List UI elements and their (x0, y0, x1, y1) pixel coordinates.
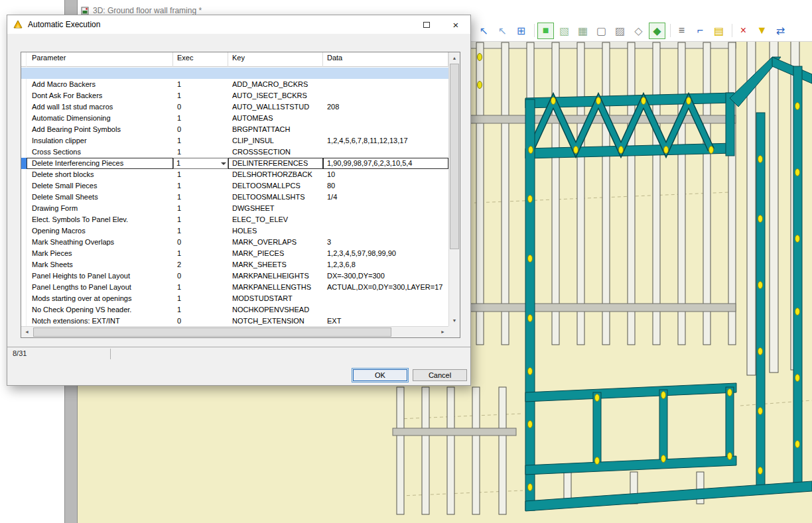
key-cell[interactable]: DELINTERFERENCES (228, 158, 323, 169)
hidden-line-view-icon[interactable]: ▨ (612, 23, 628, 39)
header-exec[interactable]: Exec (173, 52, 228, 67)
parameter-cell[interactable]: Panel Heights to Panel Layout (27, 270, 173, 282)
parameter-cell[interactable]: Mark Sheathing Overlaps (27, 237, 173, 248)
key-cell[interactable]: BRGPNTATTACH (228, 124, 323, 135)
exec-cell[interactable]: 1 (173, 79, 228, 90)
exec-cell[interactable]: 1 (173, 304, 228, 316)
parameter-cell[interactable]: Drawing Form (27, 203, 173, 214)
parameter-cell[interactable]: Elect. Symbols To Panel Elev. (27, 214, 173, 225)
exec-cell[interactable]: 1 (173, 214, 228, 225)
data-cell[interactable] (323, 225, 448, 237)
header-data[interactable]: Data (323, 52, 448, 67)
row-selector[interactable] (21, 146, 27, 158)
parameter-row[interactable]: Mark Sheathing Overlaps0MARK_OVERLAPS3 (21, 237, 448, 248)
exec-cell[interactable]: 0 (173, 316, 228, 326)
schedule-table-icon[interactable]: ▤ (710, 23, 727, 39)
parameter-cell[interactable]: Delete Small Sheets (27, 192, 173, 203)
exec-cell[interactable]: 1 (173, 282, 228, 293)
parameter-row[interactable]: Automatic Dimensioning1AUTOMEAS (21, 113, 448, 124)
key-cell[interactable]: CLIP_INSUL (228, 135, 323, 146)
select-area-cursor-icon[interactable]: ⊞ (513, 23, 529, 39)
exec-cell[interactable]: 1 (173, 135, 228, 146)
dropdown-arrow-icon[interactable] (218, 158, 228, 169)
parameter-row[interactable]: Mods starting over at openings1MODSTUDST… (21, 293, 448, 304)
parameter-row[interactable]: Panel Heights to Panel Layout0MARKPANELH… (21, 270, 448, 282)
row-selector[interactable] (21, 259, 27, 270)
row-selector[interactable] (21, 169, 27, 180)
parameter-row[interactable]: Insulation clipper1CLIP_INSUL1,2,4,5,6,7… (21, 135, 448, 146)
row-selector[interactable] (21, 135, 27, 146)
shaded-view-icon[interactable]: ■ (537, 23, 554, 39)
parameter-row[interactable]: No Check Opening VS header.1NOCHKOPENVSH… (21, 304, 448, 316)
parameter-row[interactable]: Dont Ask For Backers1AUTO_ISECT_BCKRS (21, 90, 448, 101)
light-shaded-view-icon[interactable]: ▧ (556, 23, 573, 39)
row-selector[interactable] (21, 79, 27, 90)
exec-combobox[interactable]: 1 (173, 158, 228, 169)
parameter-row[interactable]: Elect. Symbols To Panel Elev.1ELEC_TO_EL… (21, 214, 448, 225)
row-selector[interactable] (21, 237, 27, 248)
key-cell[interactable]: DELTOOSMALLSHTS (228, 192, 323, 203)
parameter-cell[interactable]: Mark Sheets (27, 259, 173, 270)
ok-button[interactable]: OK (353, 369, 407, 381)
parameter-cell[interactable]: Mark Pieces (27, 248, 173, 259)
data-cell[interactable]: 1,2,3,4,5,97,98,99,90 (323, 248, 448, 259)
parameter-row[interactable]: Mark Pieces1MARK_PIECES1,2,3,4,5,97,98,9… (21, 248, 448, 259)
textured-view-icon[interactable]: ▦ (575, 23, 591, 39)
data-cell[interactable]: 10 (323, 169, 448, 180)
horizontal-scroll-thumb[interactable] (33, 327, 391, 337)
parameter-cell[interactable]: Delete Interferencing Pieces (27, 158, 173, 169)
data-cell[interactable] (323, 304, 448, 316)
exec-cell[interactable]: 1 (173, 203, 228, 214)
key-cell[interactable]: MARK_OVERLAPS (228, 237, 323, 248)
row-selector[interactable] (21, 282, 27, 293)
parameter-cell[interactable]: Cross Sections (27, 146, 173, 158)
key-cell[interactable]: NOTCH_EXTENSION (228, 316, 323, 326)
cancel-button[interactable]: Cancel (413, 369, 467, 381)
select-element-cursor-icon[interactable]: ↖ (494, 23, 511, 39)
key-cell[interactable]: DELSHORTHORZBACK (228, 169, 323, 180)
exec-cell[interactable]: 1 (173, 248, 228, 259)
exec-cell[interactable]: 0 (173, 101, 228, 113)
data-cell[interactable]: 1,2,4,5,6,7,8,11,12,13,17 (323, 135, 448, 146)
horizontal-scrollbar[interactable]: ◄ ► (21, 326, 448, 337)
parameter-cell[interactable]: Mods starting over at openings (27, 293, 173, 304)
parameter-row[interactable]: Opening Macros1HOLES (21, 225, 448, 237)
render-model-icon[interactable]: ◆ (649, 23, 665, 39)
data-cell[interactable]: 1,2,3,6,8 (323, 259, 448, 270)
parameter-row[interactable]: Notch extensions: EXT/INT0NOTCH_EXTENSIO… (21, 316, 448, 326)
isometric-cube-icon[interactable]: ◇ (630, 23, 647, 39)
key-cell[interactable]: AUTO_WALL1STSTUD (228, 101, 323, 113)
delete-drawing-icon[interactable]: × (735, 23, 752, 39)
data-cell[interactable] (323, 124, 448, 135)
parameter-row[interactable]: Add wall 1st stud macros0AUTO_WALL1STSTU… (21, 101, 448, 113)
parameter-cell[interactable]: Notch extensions: EXT/INT (27, 316, 173, 326)
parameter-cell[interactable]: Insulation clipper (27, 135, 173, 146)
parameter-cell[interactable]: Delete short blocks (27, 169, 173, 180)
exec-cell[interactable]: 1 (173, 90, 228, 101)
vertical-scrollbar[interactable]: ▲ ▼ (448, 52, 460, 326)
row-selector[interactable] (21, 124, 27, 135)
drawing-sheet-icon[interactable]: ⌐ (692, 23, 709, 39)
scroll-down-icon[interactable]: ▼ (449, 315, 460, 326)
parameter-row[interactable]: Cross Sections1CROSSSECTION (21, 146, 448, 158)
data-cell[interactable]: DX=-300,DY=300 (323, 270, 448, 282)
parameter-cell[interactable]: Automatic Dimensioning (27, 113, 173, 124)
data-cell[interactable] (323, 113, 448, 124)
maximize-button[interactable] (412, 15, 441, 34)
row-selector[interactable] (21, 293, 27, 304)
row-selector[interactable] (21, 270, 27, 282)
parameter-cell[interactable]: Opening Macros (27, 225, 173, 237)
exec-cell[interactable]: 1 (173, 180, 228, 192)
exec-cell[interactable]: 1 (173, 192, 228, 203)
row-selector[interactable] (21, 180, 27, 192)
parameter-cell[interactable]: Panel Lengths to Panel Layout (27, 282, 173, 293)
close-button[interactable]: × (441, 15, 470, 34)
key-cell[interactable]: CROSSSECTION (228, 146, 323, 158)
row-selector[interactable] (21, 304, 27, 316)
key-cell[interactable]: ELEC_TO_ELEV (228, 214, 323, 225)
parameter-row[interactable]: Delete Small Pieces1DELTOOSMALLPCS80 (21, 180, 448, 192)
exec-cell[interactable]: 1 (173, 113, 228, 124)
key-cell[interactable]: AUTO_ISECT_BCKRS (228, 90, 323, 101)
switch-window-icon[interactable]: ⇄ (772, 23, 789, 39)
header-key[interactable]: Key (228, 52, 323, 67)
